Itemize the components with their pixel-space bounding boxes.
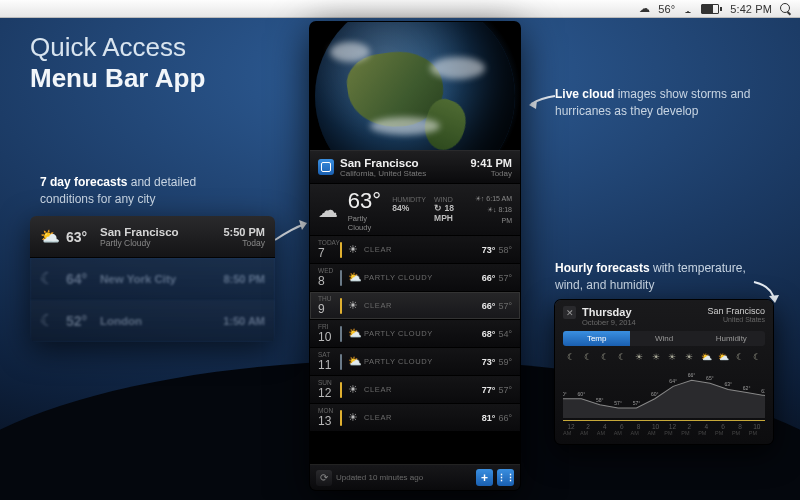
spotlight-icon[interactable] (780, 3, 794, 15)
menubar-temp[interactable]: 56° (658, 3, 675, 15)
hour-label: 6AM (614, 423, 630, 436)
hour-label: 2PM (681, 423, 697, 436)
add-city-button[interactable]: + (476, 469, 493, 486)
weather-panel: San Francisco California, United States … (310, 22, 520, 490)
weather-icon: ☀ (348, 411, 364, 424)
city-preview-row[interactable]: ⛅ 63° San FranciscoPartly Cloudy 5:50 PM… (30, 216, 275, 258)
hour-label: 12PM (664, 423, 680, 436)
headline-line2: Menu Bar App (30, 63, 205, 94)
svg-text:62°: 62° (743, 385, 751, 391)
hourly-region: United States (707, 316, 765, 323)
close-button[interactable]: ✕ (563, 306, 576, 319)
weather-icon: ⛅ (348, 327, 364, 340)
hour-label: 8AM (631, 423, 647, 436)
hour-label: 10AM (647, 423, 663, 436)
hour-weather-icon: ☀ (647, 352, 663, 362)
forecast-list: TODAY7 ☀ CLEAR 73°58°WED8 ⛅ PARTLY CLOUD… (310, 236, 520, 432)
location-day: Today (470, 169, 512, 178)
svg-text:60°: 60° (651, 391, 659, 397)
hour-label: 8PM (732, 423, 748, 436)
callout-clouds: Live cloud images show storms and hurric… (555, 86, 765, 120)
hour-weather-icon: ☾ (597, 352, 613, 362)
hour-weather-icon: ⛅ (698, 352, 714, 362)
hourly-title: Thursday (582, 306, 636, 318)
forecast-row[interactable]: WED8 ⛅ PARTLY CLOUDY 66°57° (310, 264, 520, 292)
current-humidity: 84% (392, 203, 426, 213)
settings-button[interactable]: ⋮⋮ (497, 469, 514, 486)
location-bar[interactable]: San Francisco California, United States … (310, 150, 520, 184)
callout-hourly: Hourly forecasts with temperature, wind,… (555, 260, 765, 294)
current-weather-icon: ☁ (318, 198, 348, 222)
svg-text:58°: 58° (596, 397, 604, 403)
hour-weather-icon: ☀ (631, 352, 647, 362)
hourly-date: October 9, 2014 (582, 318, 636, 327)
svg-text:61°: 61° (761, 388, 765, 394)
location-city: San Francisco (340, 157, 470, 169)
location-icon (318, 159, 334, 175)
panel-footer: ⟳ Updated 10 minutes ago + ⋮⋮ (310, 464, 520, 490)
hour-weather-icon: ☾ (563, 352, 579, 362)
headline: Quick Access Menu Bar App (30, 32, 205, 94)
city-preview-row[interactable]: ☾ 64° New York City 8:50 PM (30, 258, 275, 300)
svg-text:60°: 60° (563, 391, 567, 397)
svg-text:63°: 63° (724, 381, 732, 387)
sunset: ☀↓ 8:18 PM (475, 204, 512, 226)
tab-wind[interactable]: Wind (630, 331, 697, 346)
svg-text:65°: 65° (706, 375, 714, 381)
svg-text:57°: 57° (614, 400, 622, 406)
forecast-row[interactable]: FRI10 ⛅ PARTLY CLOUDY 68°54° (310, 320, 520, 348)
mac-menu-bar: ☁ 56° 5:42 PM (0, 0, 800, 18)
city-list-preview: ⛅ 63° San FranciscoPartly Cloudy 5:50 PM… (30, 216, 275, 342)
current-temp: 63° (348, 188, 388, 214)
hour-label: 2AM (580, 423, 596, 436)
hour-weather-icon: ☀ (681, 352, 697, 362)
tab-humidity[interactable]: Humidity (698, 331, 765, 346)
tab-temp[interactable]: Temp (563, 331, 630, 346)
sunrise: ☀↑ 6:15 AM (475, 193, 512, 204)
current-wind: ↻ 18 MPH (434, 203, 475, 223)
svg-text:60°: 60° (578, 391, 586, 397)
location-time: 9:41 PM (470, 157, 512, 169)
hour-label: 4PM (698, 423, 714, 436)
hour-weather-icon: ☀ (664, 352, 680, 362)
hour-label: 10PM (749, 423, 765, 436)
weather-icon: ⛅ (348, 355, 364, 368)
forecast-row[interactable]: THU9 ☀ CLEAR 66°57° (310, 292, 520, 320)
svg-text:66°: 66° (688, 372, 696, 378)
battery-icon[interactable] (701, 4, 722, 14)
arrow-to-clouds (527, 92, 557, 112)
weather-icon: ☀ (348, 383, 364, 396)
hour-weather-icon: ☾ (749, 352, 765, 362)
hour-weather-icon: ⛅ (715, 352, 731, 362)
arrow-to-panel (273, 218, 313, 248)
hourly-temp-chart: 60°60°58°57°57°60°64°66°65°63°62°61° (563, 364, 765, 418)
hour-weather-icon: ☾ (580, 352, 596, 362)
city-preview-row[interactable]: ☾ 52° London 1:50 AM (30, 300, 275, 342)
wifi-icon[interactable] (683, 3, 693, 15)
forecast-row[interactable]: MON13 ☀ CLEAR 81°66° (310, 404, 520, 432)
hour-weather-icon: ☾ (732, 352, 748, 362)
weather-icon: ☾ (40, 311, 66, 330)
refresh-button[interactable]: ⟳ (316, 470, 332, 486)
hour-weather-icon: ☾ (614, 352, 630, 362)
hour-label: 4AM (597, 423, 613, 436)
forecast-row[interactable]: SAT11 ⛅ PARTLY CLOUDY 73°59° (310, 348, 520, 376)
hour-label: 12AM (563, 423, 579, 436)
svg-text:57°: 57° (633, 400, 641, 406)
weather-icon: ☀ (348, 243, 364, 256)
menubar-time[interactable]: 5:42 PM (730, 3, 772, 15)
forecast-row[interactable]: TODAY7 ☀ CLEAR 73°58° (310, 236, 520, 264)
hour-label: 6PM (715, 423, 731, 436)
weather-icon: ⛅ (40, 227, 66, 246)
updated-label: Updated 10 minutes ago (336, 473, 472, 482)
weather-icon: ☾ (40, 269, 66, 288)
globe-view[interactable] (310, 22, 520, 150)
weather-icon: ⛅ (348, 271, 364, 284)
cloud-icon: ☁ (639, 2, 650, 15)
forecast-row[interactable]: SUN12 ☀ CLEAR 77°57° (310, 376, 520, 404)
hourly-icon-row: ☾☾☾☾☀☀☀☀⛅⛅☾☾ (563, 352, 765, 362)
hourly-city: San Francisco (707, 306, 765, 316)
hourly-popover: ✕ Thursday October 9, 2014 San Francisco… (555, 300, 773, 444)
callout-forecasts: 7 day forecasts and detailed conditions … (40, 174, 250, 208)
current-cond: Partly Cloudy (348, 214, 392, 232)
